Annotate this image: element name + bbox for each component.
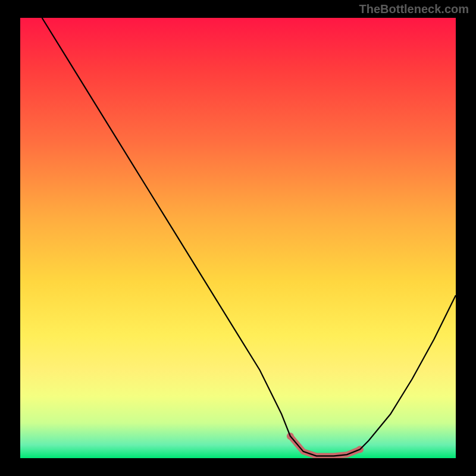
watermark-text: TheBottleneck.com: [359, 2, 469, 16]
chart-main-curve: [42, 18, 456, 456]
chart-svg: [20, 18, 456, 458]
chart-plot-area: [20, 18, 456, 458]
